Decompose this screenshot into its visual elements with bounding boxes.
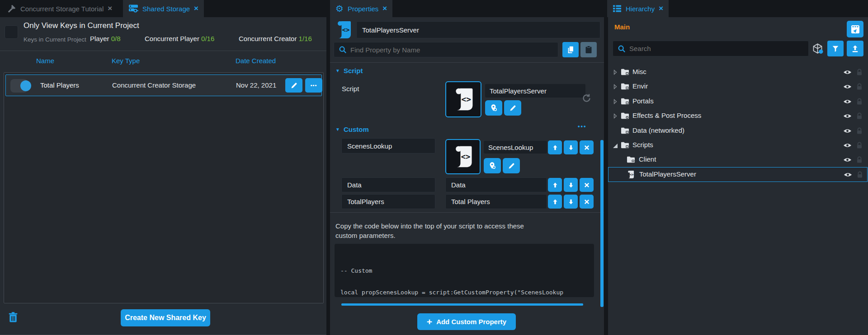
clapperboard-icon xyxy=(850,24,860,34)
close-icon[interactable]: × xyxy=(382,4,387,13)
script-asset-slot[interactable]: <> xyxy=(445,81,481,117)
custom-property-value-field[interactable] xyxy=(445,194,547,209)
close-icon[interactable]: × xyxy=(659,4,663,13)
find-in-hierarchy-button[interactable] xyxy=(484,158,501,173)
export-button[interactable] xyxy=(847,41,863,56)
paste-properties-button[interactable] xyxy=(580,42,597,57)
edit-script-button[interactable] xyxy=(503,158,520,173)
delete-property-button[interactable] xyxy=(580,140,594,154)
tab-hierarchy[interactable]: Hierarchy × xyxy=(607,0,669,17)
visibility-eye-icon[interactable] xyxy=(843,142,852,149)
svg-text:<>: <> xyxy=(461,152,471,161)
cube-filter-icon[interactable] xyxy=(811,42,824,55)
visibility-eye-icon[interactable] xyxy=(843,113,852,119)
reset-property-icon[interactable] xyxy=(581,93,591,103)
lock-icon[interactable] xyxy=(856,83,863,90)
delete-key-button[interactable] xyxy=(8,312,18,323)
close-icon[interactable]: × xyxy=(108,4,112,13)
column-header-key-type[interactable]: Key Type xyxy=(112,57,140,65)
tree-item-envir[interactable]: Envir xyxy=(608,79,868,94)
visibility-eye-icon[interactable] xyxy=(843,69,852,75)
expand-arrow-icon[interactable] xyxy=(613,84,617,89)
search-icon xyxy=(618,45,626,53)
search-input[interactable] xyxy=(350,46,553,54)
search-icon xyxy=(339,46,347,54)
tree-item-data-networked[interactable]: Data (networked) xyxy=(608,124,868,138)
expand-arrow-icon[interactable] xyxy=(613,99,617,104)
lock-icon[interactable] xyxy=(856,69,863,76)
move-up-button[interactable] xyxy=(548,178,562,192)
expand-arrow-icon[interactable] xyxy=(613,113,617,119)
custom-section-menu-icon[interactable]: ••• xyxy=(578,123,587,130)
tab-concurrent-storage-tutorial[interactable]: Concurrent Storage Tutorial × xyxy=(2,0,118,17)
lock-icon[interactable] xyxy=(856,142,863,149)
move-down-button[interactable] xyxy=(564,178,578,192)
custom-property-name-field[interactable] xyxy=(341,194,435,209)
tree-item-label: Effects & Post Process xyxy=(632,112,701,119)
create-new-shared-key-button[interactable]: Create New Shared Key xyxy=(121,309,210,326)
tree-item-scripts[interactable]: Scripts xyxy=(608,138,868,153)
tree-item-totalplayersserver[interactable]: <> TotalPlayersServer xyxy=(608,167,868,182)
vertical-scrollbar[interactable] xyxy=(600,140,604,307)
move-up-button[interactable] xyxy=(548,140,562,154)
row-toggle[interactable] xyxy=(10,79,28,93)
lock-icon[interactable] xyxy=(856,112,863,120)
custom-property-value[interactable]: ScenesLookup xyxy=(484,141,547,154)
folder-icon xyxy=(621,68,629,75)
quota-concurrent-player: Concurrent Player 0/16 xyxy=(145,35,214,42)
gear-icon: ⚙ xyxy=(335,4,344,13)
column-header-name[interactable]: Name xyxy=(36,57,54,65)
lock-icon[interactable] xyxy=(857,171,863,178)
tree-item-portals[interactable]: Portals xyxy=(608,94,868,109)
tab-properties[interactable]: ⚙ Properties × xyxy=(330,0,392,17)
tree-item-misc[interactable]: Misc xyxy=(608,65,868,79)
chevron-down-icon: ▼ xyxy=(335,127,340,132)
add-custom-property-button[interactable]: + Add Custom Property xyxy=(417,313,516,330)
move-down-button[interactable] xyxy=(564,195,578,209)
visibility-eye-icon[interactable] xyxy=(843,157,852,163)
code-snippet-block[interactable]: -- Custom local propScenesLookup = scrip… xyxy=(335,244,594,297)
visibility-eye-icon[interactable] xyxy=(843,84,852,90)
custom-property-name-field[interactable] xyxy=(341,138,435,154)
edit-script-button[interactable] xyxy=(504,100,521,116)
object-name-field[interactable] xyxy=(356,21,600,38)
script-value[interactable]: TotalPlayersServer xyxy=(485,84,585,98)
custom-asset-slot[interactable]: <> xyxy=(445,139,481,174)
arrow-down-icon xyxy=(567,181,575,189)
tree-item-client[interactable]: Client xyxy=(608,153,868,167)
copy-properties-button[interactable] xyxy=(562,42,579,57)
tab-shared-storage[interactable]: Shared Storage × xyxy=(123,0,204,17)
lock-icon[interactable] xyxy=(856,156,863,163)
table-row[interactable]: Total Players Concurrent Creator Storage… xyxy=(5,74,322,96)
hierarchy-search[interactable] xyxy=(613,41,809,56)
close-icon[interactable]: × xyxy=(194,4,198,13)
lock-icon[interactable] xyxy=(856,98,863,105)
find-in-hierarchy-button[interactable] xyxy=(485,100,502,116)
visibility-eye-icon[interactable] xyxy=(843,98,852,105)
collapse-arrow-icon[interactable] xyxy=(613,143,618,149)
scene-settings-button[interactable] xyxy=(847,21,863,37)
filter-button[interactable] xyxy=(827,41,844,56)
edit-key-button[interactable] xyxy=(285,78,302,93)
visibility-eye-icon[interactable] xyxy=(844,172,852,178)
property-search[interactable] xyxy=(334,42,558,57)
lock-icon[interactable] xyxy=(856,127,863,135)
custom-property-value-field[interactable] xyxy=(445,177,547,192)
delete-property-button[interactable] xyxy=(580,178,594,192)
tree-item-effects-post-process[interactable]: Effects & Post Process xyxy=(608,109,868,123)
plus-icon: + xyxy=(427,316,432,327)
shared-keys-list: Total Players Concurrent Creator Storage… xyxy=(4,72,324,303)
move-down-button[interactable] xyxy=(564,140,578,154)
only-view-keys-checkbox[interactable] xyxy=(5,25,18,39)
column-header-date-created[interactable]: Date Created xyxy=(236,57,276,65)
move-up-button[interactable] xyxy=(548,195,562,209)
row-more-button[interactable]: ••• xyxy=(305,78,322,93)
horizontal-scrollbar[interactable] xyxy=(341,303,583,306)
search-input[interactable] xyxy=(629,45,804,52)
script-section-header[interactable]: ▼ Script xyxy=(335,67,363,74)
expand-arrow-icon[interactable] xyxy=(613,70,617,75)
delete-property-button[interactable] xyxy=(580,195,594,209)
custom-section-header[interactable]: ▼ Custom xyxy=(335,126,369,133)
visibility-eye-icon[interactable] xyxy=(843,128,852,134)
custom-property-name-field[interactable] xyxy=(341,177,435,192)
